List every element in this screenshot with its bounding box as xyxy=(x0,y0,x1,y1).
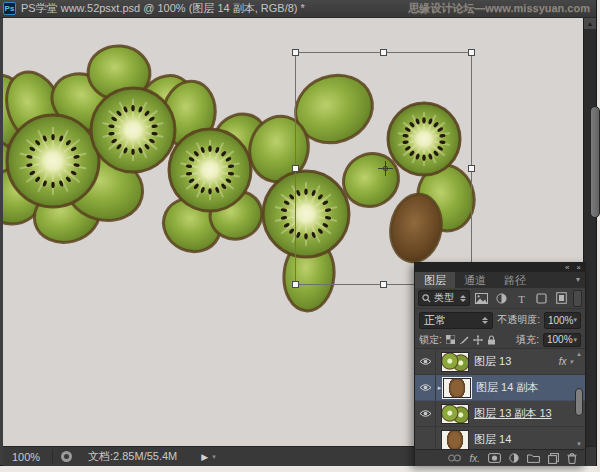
filter-kind-label: 类型 xyxy=(434,291,454,305)
panel-menu-icon[interactable]: ▾ xyxy=(576,272,585,288)
title-bar[interactable]: Ps PS学堂 www.52psxt.psd @ 100% (图层 14 副本,… xyxy=(0,0,596,18)
layers-panel: « × 图层 通道 路径 ▾ 类型 xyxy=(414,262,586,466)
close-panel-icon[interactable]: × xyxy=(576,264,581,272)
transform-handle-top-left[interactable] xyxy=(292,49,299,56)
document-size-info[interactable]: 文档:2.85M/55.4M xyxy=(88,449,177,464)
opacity-label: 不透明度: xyxy=(497,313,540,327)
fill-value: 100% xyxy=(547,334,573,345)
visibility-eye-empty[interactable] xyxy=(415,427,436,449)
filter-adjustment-layers-icon[interactable] xyxy=(493,290,510,306)
add-layer-mask-icon[interactable] xyxy=(488,453,501,463)
collapse-panel-icon[interactable]: « xyxy=(565,264,569,272)
transform-handle-top-center[interactable] xyxy=(380,49,387,56)
blend-mode-select[interactable]: 正常 xyxy=(419,312,493,329)
layers-panel-bottom-bar: fx. xyxy=(415,449,585,466)
delete-layer-trash-icon[interactable] xyxy=(567,453,577,464)
layer-thumbnail[interactable] xyxy=(443,378,471,398)
layer-style-fx-icon[interactable]: fx. xyxy=(469,453,480,464)
layer-thumbnail[interactable] xyxy=(441,352,469,372)
scroll-down-arrow-icon[interactable]: ▾ xyxy=(574,440,584,448)
transform-handle-top-right[interactable] xyxy=(468,49,475,56)
layer-name[interactable]: 图层 13 xyxy=(474,354,511,369)
chevron-down-icon[interactable]: ▾ xyxy=(573,336,577,344)
chevron-down-icon[interactable]: ▾ xyxy=(569,358,573,366)
layer-list-scrollbar[interactable]: ▴ ▾ xyxy=(574,350,584,448)
lock-row: 锁定: xyxy=(415,331,585,349)
photoshop-app-icon: Ps xyxy=(3,2,16,15)
filter-smart-objects-icon[interactable] xyxy=(553,290,570,306)
scroll-up-arrow-icon[interactable]: ▴ xyxy=(574,350,584,358)
status-menu-arrow-icon[interactable]: ▶ xyxy=(201,452,208,462)
transform-handle-middle-right[interactable] xyxy=(468,165,475,172)
layer-row-14[interactable]: 图层 14 xyxy=(415,427,585,449)
svg-text:T: T xyxy=(518,293,525,304)
scroll-up-arrow-icon[interactable]: ▲ xyxy=(584,18,596,29)
document-title: PS学堂 www.52psxt.psd @ 100% (图层 14 副本, RG… xyxy=(21,1,403,16)
new-group-folder-icon[interactable] xyxy=(527,453,540,463)
tab-layers[interactable]: 图层 xyxy=(415,272,455,288)
search-icon xyxy=(422,294,431,303)
layer-name[interactable]: 图层 13 副本 13 xyxy=(474,406,552,421)
transform-reference-point-icon[interactable] xyxy=(378,161,393,176)
layer-list: 图层 13 fx ▾ ▸ 图层 14 副本 xyxy=(415,349,585,449)
status-sync-icon xyxy=(61,451,72,462)
transform-handle-bottom-left[interactable] xyxy=(292,281,299,288)
status-caret-icon[interactable]: ▾ xyxy=(212,453,216,461)
clip-indicator-icon: ▸ xyxy=(436,384,443,392)
layer-name[interactable]: 图层 14 副本 xyxy=(476,380,538,395)
blend-mode-value: 正常 xyxy=(424,313,446,328)
new-layer-icon[interactable] xyxy=(548,453,559,464)
fill-label: 填充: xyxy=(516,333,539,347)
panel-tabs: 图层 通道 路径 ▾ xyxy=(415,272,585,288)
layer-row-13[interactable]: 图层 13 fx ▾ xyxy=(415,349,585,375)
layer-name[interactable]: 图层 14 xyxy=(474,432,511,447)
visibility-eye-icon[interactable] xyxy=(415,349,436,374)
photoshop-document-window: Ps PS学堂 www.52psxt.psd @ 100% (图层 14 副本,… xyxy=(0,0,597,466)
panel-group-header: « × xyxy=(415,263,585,272)
layer-list-scroll-thumb[interactable] xyxy=(575,388,583,416)
transform-handle-bottom-center[interactable] xyxy=(380,281,387,288)
lock-image-pixels-icon[interactable] xyxy=(459,335,469,345)
lock-all-icon[interactable] xyxy=(487,335,496,345)
fx-icon: fx xyxy=(559,356,567,367)
chevron-down-icon[interactable]: ▾ xyxy=(573,316,577,324)
blend-mode-spinner-icon xyxy=(482,317,488,324)
vertical-scrollbar-thumb[interactable] xyxy=(590,106,600,218)
zoom-level-field[interactable]: 100% xyxy=(12,451,52,463)
tab-paths[interactable]: 路径 xyxy=(495,272,535,288)
lock-position-icon[interactable] xyxy=(473,335,483,345)
filter-type-layers-icon[interactable]: T xyxy=(513,290,530,306)
opacity-field[interactable]: 100% ▾ xyxy=(544,312,581,329)
filter-shape-layers-icon[interactable] xyxy=(533,290,550,306)
new-adjustment-layer-icon[interactable] xyxy=(509,453,519,463)
lock-transparent-pixels-icon[interactable] xyxy=(446,335,455,344)
link-layers-icon[interactable] xyxy=(448,454,461,462)
tab-channels[interactable]: 通道 xyxy=(455,272,495,288)
layer-thumbnail[interactable] xyxy=(441,404,469,424)
layer-row-14-copy[interactable]: ▸ 图层 14 副本 xyxy=(415,375,585,401)
visibility-eye-icon[interactable] xyxy=(415,375,436,400)
filter-pixel-layers-icon[interactable] xyxy=(473,290,490,306)
lock-label: 锁定: xyxy=(419,333,442,347)
visibility-eye-icon[interactable] xyxy=(415,401,436,426)
layer-thumbnail[interactable] xyxy=(441,430,469,450)
filter-kind-select[interactable]: 类型 xyxy=(418,290,470,306)
filter-toggle-switch[interactable] xyxy=(573,290,582,307)
fill-field[interactable]: 100% ▾ xyxy=(543,333,581,347)
blend-mode-row: 正常 不透明度: 100% ▾ xyxy=(415,309,585,331)
layer-row-13-copy-13[interactable]: 图层 13 副本 13 xyxy=(415,401,585,427)
status-divider xyxy=(52,450,53,464)
opacity-value: 100% xyxy=(548,315,574,326)
layer-fx-badge[interactable]: fx ▾ xyxy=(559,356,573,367)
layer-filter-row: 类型 T xyxy=(415,288,585,309)
filter-kind-spinner-icon xyxy=(460,295,466,302)
watermark-text: 思缘设计论坛—www.missyuan.com xyxy=(408,1,590,16)
transform-handle-middle-left[interactable] xyxy=(292,165,299,172)
